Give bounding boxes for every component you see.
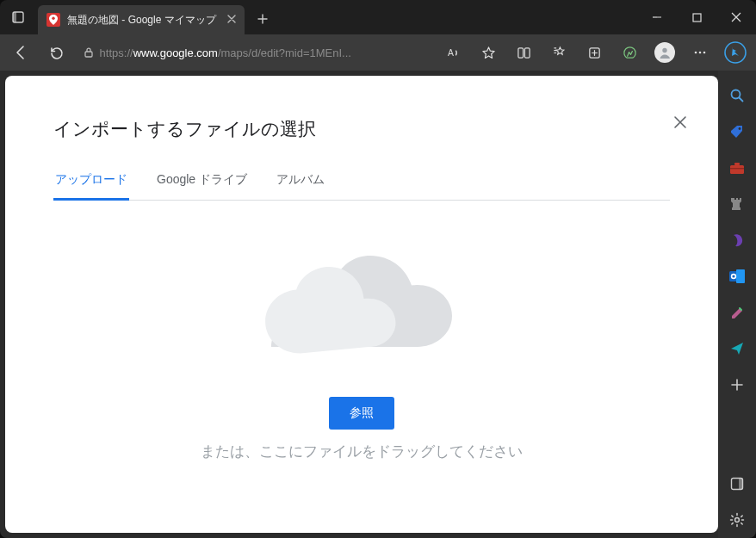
office-icon[interactable] — [725, 228, 749, 252]
search-icon[interactable] — [725, 83, 749, 108]
profile-avatar[interactable] — [651, 38, 679, 67]
svg-point-9 — [662, 48, 666, 53]
svg-text:A: A — [448, 48, 454, 58]
address-bar[interactable]: https://www.google.com/maps/d/edit?mid=1… — [77, 40, 426, 65]
back-button[interactable] — [7, 38, 35, 67]
upload-dropzone[interactable]: 参照 または、ここにファイルをドラッグしてください — [53, 201, 670, 461]
page-viewport: インポートするファイルの選択 アップロード Google ドライブ アルバム 参… — [0, 71, 718, 538]
tab-title: 無題の地図 - Google マイマップ — [67, 13, 219, 28]
refresh-button[interactable] — [42, 38, 71, 67]
svg-rect-17 — [734, 163, 740, 165]
tab-close-icon[interactable] — [227, 14, 236, 26]
send-icon[interactable] — [725, 337, 749, 361]
toolbox-icon[interactable] — [725, 156, 749, 180]
edge-sidebar — [718, 71, 756, 538]
browser-toolbar: https://www.google.com/maps/d/edit?mid=1… — [0, 34, 756, 71]
tab-upload[interactable]: アップロード — [53, 165, 129, 200]
shopping-tag-icon[interactable] — [725, 120, 749, 144]
settings-icon[interactable] — [725, 508, 749, 532]
performance-icon[interactable] — [616, 38, 644, 67]
modal-tabs: アップロード Google ドライブ アルバム — [53, 165, 670, 201]
svg-point-12 — [703, 52, 705, 54]
new-tab-button[interactable] — [250, 6, 276, 32]
svg-rect-4 — [85, 52, 92, 57]
modal-title: インポートするファイルの選択 — [53, 117, 670, 141]
read-aloud-icon[interactable]: A — [440, 38, 468, 67]
svg-rect-7 — [525, 47, 530, 57]
outlook-icon[interactable] — [725, 264, 749, 288]
svg-rect-23 — [739, 479, 743, 490]
minimize-button[interactable] — [637, 0, 677, 34]
browse-button[interactable]: 参照 — [329, 397, 394, 430]
close-window-button[interactable] — [716, 0, 756, 34]
add-sidebar-item-icon[interactable] — [725, 373, 749, 397]
cloud-icon — [254, 244, 469, 364]
favorites-bar-icon[interactable] — [545, 38, 573, 67]
svg-rect-16 — [730, 165, 744, 174]
chess-rook-icon[interactable] — [725, 192, 749, 216]
favorite-icon[interactable] — [475, 38, 504, 67]
window-titlebar: 無題の地図 - Google マイマップ — [0, 0, 756, 34]
svg-point-10 — [694, 52, 697, 54]
map-pin-icon — [46, 13, 60, 27]
url-text: https://www.google.com/maps/d/edit?mid=1… — [100, 46, 351, 59]
svg-point-15 — [739, 127, 741, 130]
browser-tab[interactable]: 無題の地図 - Google マイマップ — [38, 5, 245, 34]
svg-point-2 — [52, 17, 54, 20]
import-file-modal: インポートするファイルの選択 アップロード Google ドライブ アルバム 参… — [5, 76, 718, 533]
bing-chat-icon[interactable] — [721, 38, 749, 67]
site-info-icon[interactable] — [77, 46, 100, 59]
more-menu-icon[interactable] — [685, 38, 714, 67]
tab-album[interactable]: アルバム — [275, 165, 326, 200]
svg-rect-6 — [518, 47, 524, 57]
svg-rect-18 — [730, 168, 744, 169]
svg-rect-20 — [736, 269, 745, 283]
svg-rect-1 — [13, 12, 16, 22]
window-controls — [637, 0, 756, 34]
drag-hint-text: または、ここにファイルをドラッグしてください — [201, 442, 523, 461]
sidebar-toggle-icon[interactable] — [725, 472, 749, 496]
svg-point-11 — [698, 52, 701, 54]
collections-icon[interactable] — [580, 38, 609, 67]
maximize-button[interactable] — [677, 0, 716, 34]
svg-rect-3 — [693, 14, 701, 22]
close-icon[interactable] — [673, 115, 687, 133]
tab-actions-icon[interactable] — [7, 6, 29, 28]
split-screen-icon[interactable] — [510, 38, 538, 67]
tab-google-drive[interactable]: Google ドライブ — [155, 165, 249, 200]
edit-icon[interactable] — [725, 300, 749, 325]
svg-point-24 — [735, 518, 740, 523]
